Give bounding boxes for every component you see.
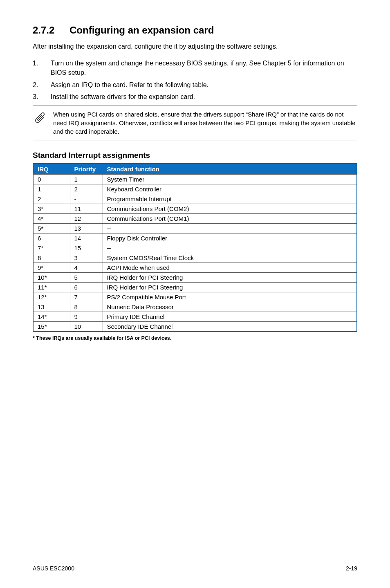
cell-irq: 0 xyxy=(33,174,70,184)
cell-irq: 3* xyxy=(33,204,70,213)
table-row: 614Floppy Disk Controller xyxy=(33,233,357,243)
cell-irq: 14* xyxy=(33,312,70,321)
cell-priority: 15 xyxy=(70,243,103,253)
step-text: Turn on the system and change the necess… xyxy=(51,58,357,77)
cell-function: -- xyxy=(103,243,357,253)
table-footnote: * These IRQs are usually available for I… xyxy=(33,335,357,341)
cell-priority: 3 xyxy=(70,253,103,263)
table-header-row: IRQ Priority Standard function xyxy=(33,164,357,175)
table-row: 138Numeric Data Processor xyxy=(33,302,357,312)
cell-priority: 5 xyxy=(70,272,103,282)
cell-priority: 2 xyxy=(70,184,103,194)
step-marker: 2. xyxy=(33,80,51,90)
cell-function: Keyboard Controller xyxy=(103,184,357,194)
cell-function: PS/2 Compatible Mouse Port xyxy=(103,292,357,302)
cell-irq: 6 xyxy=(33,233,70,243)
cell-priority: 8 xyxy=(70,302,103,312)
table-row: 2-Programmable Interrupt xyxy=(33,194,357,204)
table-row: 12Keyboard Controller xyxy=(33,184,357,194)
cell-function: -- xyxy=(103,223,357,233)
section-heading: 2.7.2Configuring an expansion card xyxy=(33,25,357,36)
cell-priority: 1 xyxy=(70,174,103,184)
cell-priority: - xyxy=(70,194,103,204)
irq-table: IRQ Priority Standard function 01System … xyxy=(33,163,357,332)
table-row: 3*11Communications Port (COM2) xyxy=(33,204,357,213)
table-row: 9*4ACPI Mode when used xyxy=(33,263,357,272)
cell-function: ACPI Mode when used xyxy=(103,263,357,272)
cell-function: Communications Port (COM1) xyxy=(103,213,357,223)
paperclip-icon xyxy=(33,110,51,126)
note-callout: When using PCI cards on shared slots, en… xyxy=(33,105,357,141)
cell-function: Numeric Data Processor xyxy=(103,302,357,312)
step-marker: 3. xyxy=(33,92,51,101)
cell-function: Primary IDE Channel xyxy=(103,312,357,321)
header-irq: IRQ xyxy=(33,164,70,175)
cell-irq: 7* xyxy=(33,243,70,253)
header-priority: Priority xyxy=(70,164,103,175)
cell-priority: 13 xyxy=(70,223,103,233)
cell-function: IRQ Holder for PCI Steering xyxy=(103,282,357,292)
table-row: 11*6IRQ Holder for PCI Steering xyxy=(33,282,357,292)
page-footer: ASUS ESC2000 2-19 xyxy=(33,553,357,572)
cell-priority: 12 xyxy=(70,213,103,223)
table-row: 7*15-- xyxy=(33,243,357,253)
cell-irq: 2 xyxy=(33,194,70,204)
cell-priority: 4 xyxy=(70,263,103,272)
section-title-text: Configuring an expansion card xyxy=(69,25,214,36)
note-text: When using PCI cards on shared slots, en… xyxy=(51,110,357,136)
cell-priority: 10 xyxy=(70,321,103,332)
table-row: 15*10Secondary IDE Channel xyxy=(33,321,357,332)
section-number: 2.7.2 xyxy=(33,25,69,36)
cell-irq: 4* xyxy=(33,213,70,223)
table-row: 01System Timer xyxy=(33,174,357,184)
cell-function: IRQ Holder for PCI Steering xyxy=(103,272,357,282)
cell-irq: 9* xyxy=(33,263,70,272)
cell-irq: 13 xyxy=(33,302,70,312)
cell-priority: 14 xyxy=(70,233,103,243)
cell-irq: 5* xyxy=(33,223,70,233)
cell-function: Floppy Disk Controller xyxy=(103,233,357,243)
cell-function: Communications Port (COM2) xyxy=(103,204,357,213)
steps-list: 1.Turn on the system and change the nece… xyxy=(33,58,357,101)
intro-paragraph: After installing the expansion card, con… xyxy=(33,42,357,51)
step-text: Assign an IRQ to the card. Refer to the … xyxy=(51,80,357,90)
list-item: 3.Install the software drivers for the e… xyxy=(33,92,357,101)
cell-irq: 8 xyxy=(33,253,70,263)
cell-function: Secondary IDE Channel xyxy=(103,321,357,332)
cell-irq: 15* xyxy=(33,321,70,332)
cell-irq: 12* xyxy=(33,292,70,302)
cell-priority: 11 xyxy=(70,204,103,213)
list-item: 1.Turn on the system and change the nece… xyxy=(33,58,357,77)
step-marker: 1. xyxy=(33,58,51,77)
table-row: 14*9Primary IDE Channel xyxy=(33,312,357,321)
table-row: 83System CMOS/Real Time Clock xyxy=(33,253,357,263)
table-row: 5*13-- xyxy=(33,223,357,233)
cell-irq: 11* xyxy=(33,282,70,292)
footer-right: 2-19 xyxy=(346,565,357,572)
table-title: Standard Interrupt assignments xyxy=(33,151,357,160)
table-row: 12*7PS/2 Compatible Mouse Port xyxy=(33,292,357,302)
step-text: Install the software drivers for the exp… xyxy=(51,92,357,101)
cell-function: System Timer xyxy=(103,174,357,184)
table-row: 4*12Communications Port (COM1) xyxy=(33,213,357,223)
cell-priority: 6 xyxy=(70,282,103,292)
cell-irq: 10* xyxy=(33,272,70,282)
table-row: 10*5IRQ Holder for PCI Steering xyxy=(33,272,357,282)
cell-function: Programmable Interrupt xyxy=(103,194,357,204)
header-function: Standard function xyxy=(103,164,357,175)
list-item: 2.Assign an IRQ to the card. Refer to th… xyxy=(33,80,357,90)
cell-priority: 7 xyxy=(70,292,103,302)
footer-left: ASUS ESC2000 xyxy=(33,565,74,572)
cell-irq: 1 xyxy=(33,184,70,194)
cell-function: System CMOS/Real Time Clock xyxy=(103,253,357,263)
cell-priority: 9 xyxy=(70,312,103,321)
